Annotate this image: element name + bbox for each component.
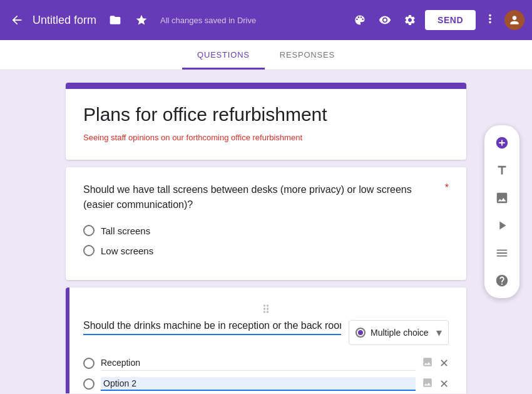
nav-right-actions: SEND — [350, 9, 524, 31]
form-title-nav: Untitled form — [33, 14, 96, 27]
question-type-dropdown[interactable]: Multiple choice ▾ — [349, 320, 449, 345]
more-options-button[interactable] — [481, 9, 499, 31]
dropdown-arrow-icon: ▾ — [436, 326, 442, 340]
back-button[interactable] — [8, 11, 26, 29]
option-input-2[interactable] — [101, 377, 416, 391]
tabs-bar: QUESTIONS RESPONSES — [0, 40, 532, 70]
main-content-area: Plans for office refurbishment Seeing st… — [0, 70, 532, 393]
question-2-header: Multiple choice ▾ — [83, 320, 449, 345]
radio-option-2[interactable] — [83, 245, 95, 256]
option-image-button-2[interactable] — [422, 377, 433, 391]
required-indicator: * — [445, 182, 449, 194]
user-avatar[interactable] — [504, 10, 524, 30]
help-button[interactable] — [489, 268, 514, 293]
option-input-reception[interactable] — [101, 355, 416, 371]
option-image-button-1[interactable] — [422, 356, 433, 370]
preview-button[interactable] — [375, 11, 395, 29]
saved-status: All changes saved in Drive — [160, 16, 344, 25]
option-label-1: Tall screens — [101, 226, 150, 236]
radio-option-2-edit[interactable] — [83, 378, 95, 390]
question-card-1: * Should we have tall screens between de… — [66, 167, 466, 280]
option-close-button-2[interactable]: ✕ — [439, 377, 449, 391]
mc-radio-icon — [356, 328, 366, 338]
question-2-title-input[interactable] — [83, 320, 341, 335]
add-section-button[interactable] — [489, 241, 514, 266]
folder-button[interactable] — [105, 11, 125, 29]
add-image-button[interactable] — [489, 185, 514, 210]
form-description: Seeing staff opinions on our forthcoming… — [83, 133, 449, 142]
add-video-button[interactable] — [489, 213, 514, 238]
radio-option-reception[interactable] — [83, 358, 95, 369]
option-close-button-1[interactable]: ✕ — [439, 356, 449, 370]
question-card-2: Multiple choice ▾ ✕ — [66, 288, 466, 393]
form-container: Plans for office refurbishment Seeing st… — [66, 83, 466, 393]
add-title-button[interactable] — [489, 158, 514, 183]
question-text-1: Should we have tall screens between desk… — [83, 182, 449, 212]
mc-radio-inner — [358, 330, 363, 335]
form-main-title: Plans for office refurbishment — [83, 104, 449, 125]
palette-button[interactable] — [350, 11, 370, 29]
top-nav: Untitled form All changes saved in Drive… — [0, 0, 532, 40]
edit-option-row-2: ✕ — [83, 377, 449, 391]
option-row-1: Tall screens — [83, 225, 449, 236]
drag-handle — [83, 303, 449, 315]
right-sidebar — [484, 125, 519, 298]
send-button[interactable]: SEND — [425, 10, 476, 30]
option-label-2: Low screens — [101, 246, 153, 256]
add-question-button[interactable] — [489, 130, 514, 155]
tab-questions[interactable]: QUESTIONS — [182, 40, 265, 70]
star-button[interactable] — [131, 11, 151, 29]
radio-option-1[interactable] — [83, 225, 95, 236]
edit-option-row-1: ✕ — [83, 355, 449, 371]
option-row-2: Low screens — [83, 245, 449, 256]
settings-button[interactable] — [400, 11, 420, 29]
tab-responses[interactable]: RESPONSES — [265, 40, 350, 70]
dropdown-label: Multiple choice — [371, 328, 431, 338]
form-title-card: Plans for office refurbishment Seeing st… — [66, 83, 466, 160]
question-2-input-area — [83, 320, 341, 335]
